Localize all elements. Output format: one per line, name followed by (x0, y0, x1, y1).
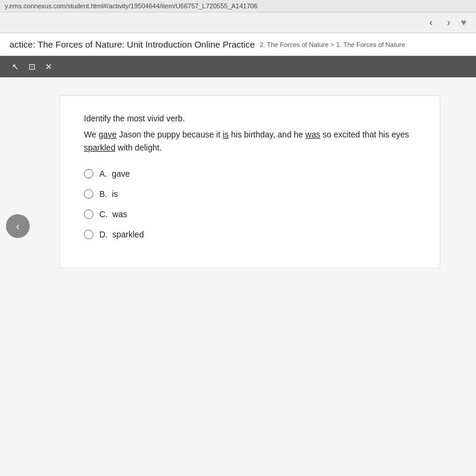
option-c[interactable]: C. was (84, 209, 416, 219)
radio-b[interactable] (84, 189, 93, 199)
close-tool-button[interactable]: ✕ (43, 61, 55, 73)
pointer-tool-button[interactable]: ↖ (10, 61, 21, 73)
breadcrumb: 2. The Forces of Nature > 1. The Forces … (259, 41, 405, 48)
page-header: actice: The Forces of Nature: Unit Intro… (0, 33, 476, 56)
option-d-label: D. sparkled (99, 230, 144, 239)
option-c-label: C. was (99, 209, 127, 219)
option-a[interactable]: A. gave (84, 169, 416, 178)
radio-d[interactable] (84, 230, 93, 239)
option-b[interactable]: B. is (84, 189, 416, 199)
forward-button[interactable]: › (443, 16, 453, 29)
question-box: Identify the most vivid verb. We gave Ja… (60, 95, 440, 268)
radio-a[interactable] (84, 169, 93, 178)
page-title: actice: The Forces of Nature: Unit Intro… (10, 39, 255, 49)
previous-page-button[interactable]: ‹ (6, 214, 30, 238)
url-text: y.ems.connexus.com/student.html#/activit… (5, 2, 258, 10)
underline-is: is (223, 130, 228, 139)
content-area: ‹ Identify the most vivid verb. We gave … (0, 77, 476, 375)
radio-c[interactable] (84, 209, 93, 219)
question-instruction: Identify the most vivid verb. (84, 114, 416, 123)
browser-controls: ‹ › ♥ (0, 12, 476, 33)
bottom-area (0, 375, 476, 476)
option-b-label: B. is (99, 189, 118, 199)
back-button[interactable]: ‹ (426, 16, 436, 29)
underline-was: was (305, 130, 320, 139)
toolbar: ↖ ⊡ ✕ (0, 56, 476, 77)
option-d[interactable]: D. sparkled (84, 230, 416, 239)
option-a-label: A. gave (99, 169, 130, 178)
favorite-button[interactable]: ♥ (461, 17, 467, 28)
underline-gave: gave (99, 130, 117, 139)
question-text: We gave Jason the puppy because it is hi… (84, 128, 416, 155)
underline-sparkled: sparkled (84, 143, 115, 152)
clipboard-tool-button[interactable]: ⊡ (26, 61, 38, 73)
url-bar: y.ems.connexus.com/student.html#/activit… (0, 0, 476, 12)
